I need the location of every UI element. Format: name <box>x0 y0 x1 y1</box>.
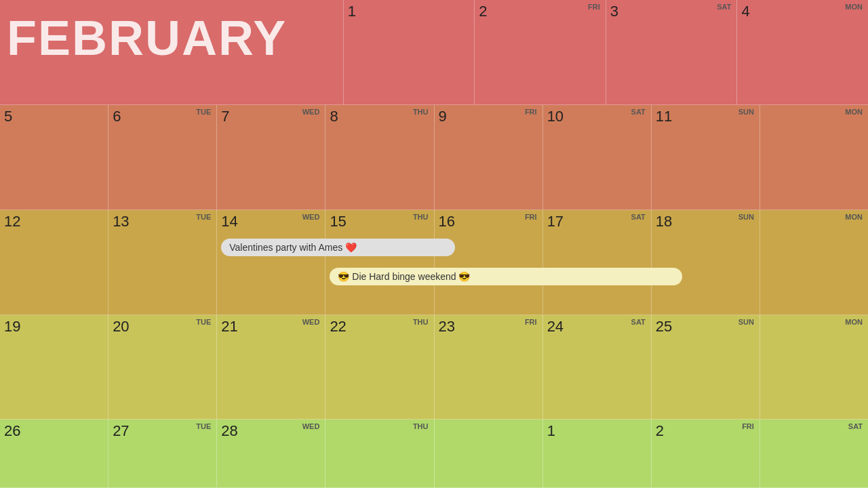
day-cell-23[interactable]: FRI 23 <box>435 315 543 420</box>
day-number: 15 <box>330 213 346 230</box>
day-cell-7[interactable]: WED 7 <box>217 105 326 210</box>
day-cell-mar-1[interactable]: 1 <box>543 420 652 488</box>
day-cell-14[interactable]: WED 14 Valentines party with Ames ❤️ <box>217 210 326 315</box>
day-cell-5[interactable]: 5 <box>0 105 108 210</box>
day-number: 5 <box>4 108 12 125</box>
day-number: 13 <box>113 213 129 230</box>
day-cell-9[interactable]: FRI 9 <box>435 105 543 210</box>
day-cell-25-mon[interactable]: MON <box>760 315 868 420</box>
day-of-week: FRI <box>525 213 537 221</box>
day-cell-19[interactable]: 19 <box>0 315 108 420</box>
day-number: 7 <box>221 108 229 125</box>
month-title: FEBRUARY <box>0 0 343 76</box>
day-cell-11-mon[interactable]: MON <box>760 105 868 210</box>
week-row-header: FEBRUARY 1 FRI 2 SAT 3 MON 4 <box>0 0 868 105</box>
day-of-week: FRI <box>742 422 754 430</box>
day-of-week: FRI <box>588 3 600 11</box>
day-of-week: FRI <box>525 108 537 116</box>
day-of-week: SAT <box>631 108 646 116</box>
day-cell-26[interactable]: 26 <box>0 420 108 488</box>
day-of-week: FRI <box>525 318 537 326</box>
day-cell-18[interactable]: SUN 18 <box>652 210 760 315</box>
day-number: 16 <box>439 213 455 230</box>
day-of-week: MON <box>845 318 863 326</box>
day-number: 2 <box>479 3 487 20</box>
day-cell-15[interactable]: THU 15 😎 Die Hard binge weekend 😎 <box>326 210 434 315</box>
day-number: 28 <box>221 422 237 439</box>
day-of-week: TUE <box>196 108 211 116</box>
day-number: 6 <box>113 108 121 125</box>
day-number: 10 <box>547 108 564 125</box>
day-cell-13[interactable]: TUE 13 <box>108 210 217 315</box>
day-of-week: WED <box>302 422 320 430</box>
day-cell-6[interactable]: TUE 6 <box>108 105 217 210</box>
day-number: 19 <box>4 318 20 335</box>
day-cell-24[interactable]: SAT 24 <box>543 315 652 420</box>
week-row-26: 26 TUE 27 WED 28 THU 1 FRI 2 SAT <box>0 420 868 488</box>
day-number: 1 <box>348 3 356 20</box>
week-row-19: 19 TUE 20 WED 21 THU 22 FRI 23 SAT 24 SU… <box>0 315 868 420</box>
event-die-hard[interactable]: 😎 Die Hard binge weekend 😎 <box>330 268 682 285</box>
day-of-week: WED <box>302 318 320 326</box>
day-cell-mar-sat[interactable]: SAT <box>760 420 868 488</box>
day-cell-10[interactable]: SAT 10 <box>543 105 652 210</box>
day-cell-11[interactable]: SUN 11 <box>652 105 760 210</box>
day-number: 26 <box>4 422 20 439</box>
day-cell-20[interactable]: TUE 20 <box>108 315 217 420</box>
day-number: 12 <box>4 213 20 230</box>
day-number: 1 <box>547 422 555 439</box>
day-of-week: WED <box>302 108 320 116</box>
day-cell-22[interactable]: THU 22 <box>326 315 434 420</box>
event-valentines[interactable]: Valentines party with Ames ❤️ <box>221 239 455 256</box>
day-of-week: MON <box>845 213 863 221</box>
day-cell-4[interactable]: MON 4 <box>737 0 868 105</box>
day-of-week: SAT <box>717 3 731 11</box>
day-cell-17[interactable]: SAT 17 <box>543 210 652 315</box>
day-cell-1[interactable]: 1 <box>344 0 475 105</box>
day-of-week: TUE <box>196 318 211 326</box>
day-cell-3[interactable]: SAT 3 <box>606 0 738 105</box>
day-number: 24 <box>547 318 564 335</box>
day-number: 14 <box>221 213 237 230</box>
day-of-week: THU <box>413 213 429 221</box>
day-cell-12[interactable]: 12 <box>0 210 108 315</box>
day-of-week: SUN <box>738 318 754 326</box>
day-of-week: SUN <box>738 213 754 221</box>
day-number: 22 <box>330 318 346 335</box>
day-number: 3 <box>610 3 618 20</box>
day-of-week: SAT <box>848 422 863 430</box>
day-cell-28[interactable]: WED 28 <box>217 420 326 488</box>
day-of-week: WED <box>302 213 320 221</box>
day-of-week: SAT <box>631 213 646 221</box>
day-of-week: THU <box>413 318 429 326</box>
day-number: 23 <box>439 318 455 335</box>
day-of-week: MON <box>845 108 863 116</box>
day-cell-mar-2[interactable]: FRI 2 <box>652 420 760 488</box>
day-of-week: THU <box>413 108 429 116</box>
day-cell-27[interactable]: TUE 27 <box>108 420 217 488</box>
day-number: 2 <box>656 422 664 439</box>
day-cell-28-thu[interactable]: THU <box>326 420 434 488</box>
day-of-week: MON <box>845 3 863 11</box>
day-number: 8 <box>330 108 338 125</box>
day-number: 18 <box>656 213 672 230</box>
day-cell-8[interactable]: THU 8 <box>326 105 434 210</box>
day-cell-18-mon[interactable]: MON <box>760 210 868 315</box>
day-of-week: TUE <box>196 213 211 221</box>
day-number: 27 <box>113 422 129 439</box>
day-number: 11 <box>656 108 672 125</box>
day-cell-16[interactable]: FRI 16 <box>435 210 543 315</box>
day-cell-25[interactable]: SUN 25 <box>652 315 760 420</box>
day-of-week: SAT <box>631 318 646 326</box>
day-cell-empty-fri[interactable] <box>435 420 543 488</box>
day-cell-2[interactable]: FRI 2 <box>475 0 606 105</box>
day-number: 17 <box>547 213 564 230</box>
day-number: 4 <box>741 3 749 20</box>
day-cell-21[interactable]: WED 21 <box>217 315 326 420</box>
day-number: 21 <box>221 318 237 335</box>
calendar: FEBRUARY 1 FRI 2 SAT 3 MON 4 5 TUE 6 <box>0 0 868 488</box>
day-number: 25 <box>656 318 672 335</box>
day-number: 20 <box>113 318 129 335</box>
day-number: 9 <box>439 108 447 125</box>
day-of-week: THU <box>413 422 429 430</box>
